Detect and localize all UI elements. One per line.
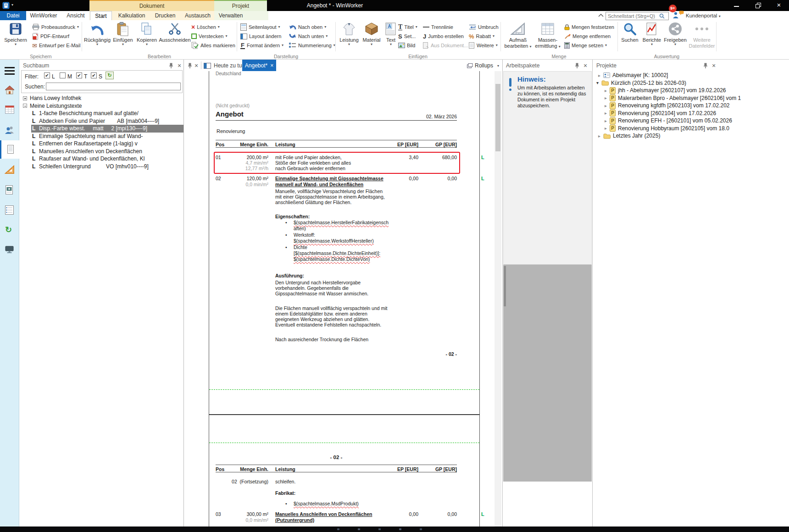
sidebar-sync-icon[interactable]: ↻ — [5, 225, 12, 235]
kundenportal-button[interactable]: Kundenportal ▾ — [686, 13, 721, 18]
close-tab-icon[interactable]: × — [270, 62, 273, 69]
sidebar-aufmass-icon[interactable] — [5, 165, 15, 174]
titel-button[interactable]: T Titel▾ — [398, 23, 417, 31]
tab-verwalten[interactable]: Verwalten — [216, 11, 246, 20]
minimize-button[interactable] — [727, 0, 745, 11]
tab-datei[interactable]: Datei — [0, 11, 26, 20]
freigeben-button[interactable]: Freigeben▾ — [663, 21, 687, 53]
berichte-button[interactable]: Berichte▾ — [641, 21, 662, 53]
tree-item-leistungstext[interactable]: LAbdecken Folie und Papier AB [mab004---… — [20, 117, 183, 125]
schnellstart-search[interactable] — [606, 12, 669, 20]
expand-right-icon[interactable]: ▸ — [605, 103, 610, 108]
close-panel-icon[interactable]: × — [712, 62, 716, 69]
schnellstart-input[interactable] — [606, 13, 659, 19]
tree-item-folder-letztes-jahr[interactable]: ▸ Letztes Jahr (2025) — [595, 132, 789, 140]
jumbo-erstellen-button[interactable]: J Jumbo erstellen — [423, 32, 464, 40]
weitere-button[interactable]: Weitere▾ — [469, 41, 498, 50]
suchbaum-search-input[interactable] — [46, 83, 181, 90]
expand-right-icon[interactable]: ▸ — [605, 118, 610, 123]
sidebar-contacts-icon[interactable] — [5, 126, 15, 134]
alles-markieren-button[interactable]: Alles markieren — [191, 41, 235, 50]
panel-toggle-icon[interactable] — [204, 63, 211, 69]
expand-right-icon[interactable]: ▸ — [605, 95, 610, 100]
filter-checkbox-t[interactable]: ✔ — [76, 72, 82, 78]
text-button[interactable]: A Text▾ — [383, 21, 399, 53]
aufmass-bearbeiten-button[interactable]: Aufmaß bearbeiten ▾ — [504, 21, 532, 53]
expand-down-icon[interactable]: ▾ — [596, 80, 601, 85]
tree-item-leistungstext[interactable]: LEinmalige Spachtelung manuell auf Wand- — [20, 133, 183, 140]
nach-oben-button[interactable]: Nach oben▾ — [289, 23, 326, 31]
tree-item-leistungstext[interactable]: LManuelles Anschleifen von Deckenflächen — [20, 148, 183, 155]
pin-icon[interactable] — [188, 63, 192, 68]
tree-item-projekt[interactable]: ▸ P Renoveirung kgfdfh [2602103] vom 17.… — [595, 102, 789, 110]
doc-tab-heute[interactable]: Heute zu tun — [214, 62, 245, 69]
tree-item-projekt[interactable]: ▸ P Renovierung [2602104] vom 17.02.2026 — [595, 110, 789, 117]
tab-austausch[interactable]: Austausch — [182, 11, 214, 20]
sidebar-calendar-icon[interactable] — [5, 105, 14, 114]
close-panel-icon[interactable]: × — [178, 62, 181, 69]
main-menu-button[interactable] — [5, 67, 15, 75]
tree-item-projekt[interactable]: ▸ P jhh - Abelsmayer [2602107] vom 19.02… — [595, 87, 789, 94]
scrollbar-thumb[interactable] — [504, 266, 506, 306]
menge-entfernen-button[interactable]: Menge entfernen — [564, 32, 611, 40]
loeschen-button[interactable]: × Löschen▾ — [191, 23, 220, 31]
massenermittlung-button[interactable]: Massen- ermittlung ▾ — [533, 21, 562, 53]
bild-button[interactable]: Bild — [398, 41, 415, 50]
expand-right-icon[interactable]: ▸ — [598, 133, 603, 139]
close-panel-icon[interactable]: × — [583, 62, 587, 69]
pin-icon[interactable] — [703, 63, 708, 68]
filter-checkbox-m[interactable] — [60, 72, 66, 78]
mengen-festsetzen-button[interactable]: Mengen festsetzen — [564, 23, 614, 31]
sidebar-home-icon[interactable] — [5, 85, 15, 94]
pin-icon[interactable] — [575, 63, 579, 68]
collapse-minus-icon[interactable] — [23, 104, 27, 108]
filter-checkbox-s[interactable]: ✔ — [91, 72, 97, 78]
sidebar-list-icon[interactable] — [5, 205, 14, 215]
einfuegen-paste-button[interactable]: Einfügen▾ — [111, 21, 134, 53]
search-icon[interactable] — [659, 13, 665, 19]
sidebar-photo-doc-icon[interactable] — [6, 185, 13, 194]
format-aendern-button[interactable]: F Format ändern▾ — [240, 41, 283, 50]
menge-setzen-button[interactable]: Menge setzen▾ — [564, 41, 607, 50]
tree-item-leistungstext[interactable]: LRaufaser auf Wand- und Deckenflächen, K… — [20, 155, 183, 163]
rollups-button[interactable]: Rollups — [475, 62, 493, 69]
tree-item-leistungstext[interactable]: LSchleifen Untergrund VO [mhv010----9] — [20, 163, 183, 171]
tab-drucken[interactable]: Drucken — [150, 11, 180, 20]
probeausdruck-button[interactable]: Probeausdruck▾ — [32, 23, 79, 31]
expand-right-icon[interactable]: ▸ — [605, 126, 610, 131]
rueckgaengig-button[interactable]: Rückgängig▾ — [84, 21, 111, 53]
tree-item-infothek[interactable]: Hans Lowey Infothek — [20, 94, 183, 102]
ribbon-collapse-icon[interactable] — [598, 13, 604, 17]
pin-icon[interactable] — [169, 63, 173, 68]
tree-item-folder-kuerzlich[interactable]: ▾ Kürzlich (2025-12 bis 2026-03) — [595, 79, 789, 87]
close-panel-icon[interactable]: × — [194, 62, 198, 69]
entwurf-email-button[interactable]: ✉ Entwurf per E-Mail — [32, 41, 80, 50]
umbruch-button[interactable]: Umbruch — [469, 23, 499, 31]
seitenlayout-button[interactable]: Seitenlayout▾ — [240, 23, 280, 31]
quick-access-caret[interactable]: ▾ — [11, 3, 13, 7]
chevron-down-icon[interactable]: ▾ — [497, 64, 499, 68]
expand-right-icon[interactable]: ▸ — [605, 111, 610, 116]
maximize-button[interactable] — [749, 0, 767, 11]
tree-item-projekt[interactable]: ▸ P Renovierung Hobbyraum [2602105] vom … — [595, 125, 789, 133]
layout-aendern-button[interactable]: Layout ändern — [240, 32, 281, 40]
tree-item-leistungstexte[interactable]: Meine Leistungstexte — [20, 102, 183, 110]
scrollbar-thumb[interactable] — [495, 84, 500, 151]
tab-ansicht[interactable]: Ansicht — [61, 11, 90, 20]
expand-right-icon[interactable]: ▸ — [598, 73, 603, 78]
tree-item-kunde[interactable]: ▸ Abelsmayer [K: 10002] — [595, 72, 789, 79]
expand-right-icon[interactable]: ▸ — [605, 88, 610, 93]
trennlinie-button[interactable]: Trennlinie — [423, 23, 453, 31]
nach-unten-button[interactable]: Nach unten▾ — [289, 32, 328, 40]
tree-item-leistungstext[interactable]: LEntfernen der Raufasertapete (1-lagig) … — [20, 140, 183, 148]
material-button[interactable]: Material▾ — [361, 21, 382, 53]
pdf-entwurf-button[interactable]: PDF-Entwurf — [32, 32, 69, 40]
doc-tab-angebot-active[interactable]: Angebot*× — [242, 60, 276, 71]
sidebar-documents-active[interactable] — [0, 140, 19, 159]
user-account-icon[interactable] — [672, 11, 679, 18]
filter-checkbox-l[interactable]: ✔ — [44, 72, 50, 78]
tree-item-projekt[interactable]: ▸ P Malerarbeiten Bpro - Abelsmayer [260… — [595, 94, 789, 102]
expand-plus-icon[interactable] — [23, 96, 27, 100]
ausschneiden-button[interactable]: Ausschneiden — [159, 21, 190, 53]
sidebar-devices-icon[interactable] — [5, 246, 14, 254]
